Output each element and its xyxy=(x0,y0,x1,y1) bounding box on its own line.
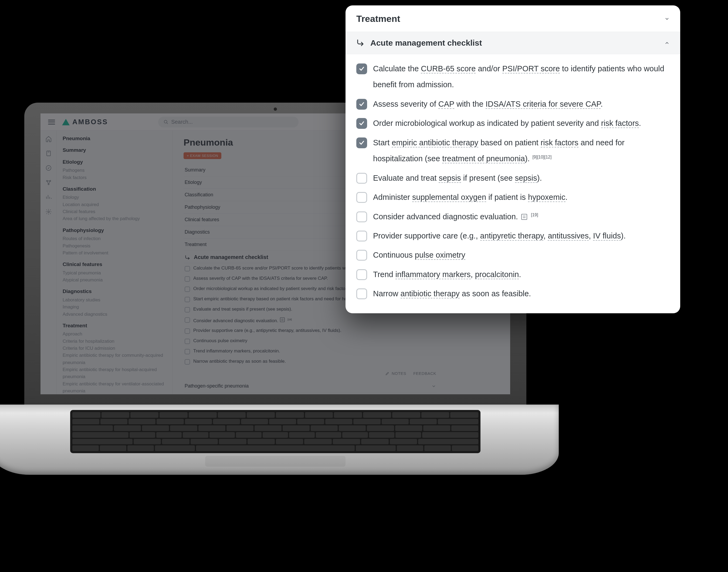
checkbox-icon[interactable] xyxy=(185,329,190,334)
checkbox[interactable] xyxy=(356,211,367,222)
checkbox-icon[interactable] xyxy=(185,276,190,282)
overlay-checklist-item: Calculate the CURB-65 score and/or PSI/P… xyxy=(356,59,669,94)
chevron-down-icon[interactable] xyxy=(664,16,669,21)
sidebar-item[interactable]: Routes of infection xyxy=(63,235,168,242)
book-icon[interactable] xyxy=(45,150,52,157)
sidebar-item[interactable]: Empiric antibiotic therapy for community… xyxy=(63,352,168,366)
overlay-checklist-text: Consider advanced diagnostic evaluation.… xyxy=(373,209,669,225)
molecule-icon[interactable] xyxy=(45,179,52,186)
sidebar-item[interactable]: Pathogenesis xyxy=(63,242,168,249)
sidebar-section-title[interactable]: Classification xyxy=(63,185,168,193)
overlay-header[interactable]: Treatment xyxy=(345,5,680,32)
checkbox-icon[interactable] xyxy=(185,349,190,354)
checkbox[interactable] xyxy=(356,192,367,203)
overlay-checklist-item: Narrow antibiotic therapy as soon as fea… xyxy=(356,284,669,303)
sidebar-item[interactable]: Criteria for ICU admission xyxy=(63,345,168,352)
checkbox[interactable] xyxy=(356,288,367,299)
chevron-up-icon[interactable] xyxy=(664,41,669,45)
sidebar-section-title[interactable]: Treatment xyxy=(63,321,168,330)
brand[interactable]: AMBOSS xyxy=(62,118,108,126)
sidebar-item[interactable]: Laboratory studies xyxy=(63,296,168,303)
checkbox[interactable] xyxy=(356,250,367,261)
content-subheading-label: Acute management checklist xyxy=(194,254,268,260)
svg-line-1 xyxy=(167,123,168,124)
arrow-subitem-icon xyxy=(185,255,190,260)
sidebar-item[interactable]: Area of lung affected by the pathology xyxy=(63,215,168,222)
checkbox[interactable] xyxy=(356,137,367,148)
checkbox-icon[interactable] xyxy=(185,339,190,344)
home-icon[interactable] xyxy=(45,136,52,142)
pencil-icon xyxy=(385,371,390,376)
checkbox-icon[interactable] xyxy=(185,359,190,365)
overlay-checklist-text: Start empiric antibiotic therapy based o… xyxy=(373,135,669,167)
sidebar-item[interactable]: Criteria for hospitalization xyxy=(63,338,168,345)
chevron-down-icon xyxy=(431,384,436,388)
sidebar-item[interactable]: Risk factors xyxy=(63,174,168,181)
sidebar-section-title[interactable]: Diagnostics xyxy=(63,287,168,295)
overlay-checklist-item: Order microbiological workup as indicate… xyxy=(356,114,669,133)
overlay-checklist-text: Narrow antibiotic therapy as soon as fea… xyxy=(373,286,669,302)
overlay-checklist-text: Provider supportive care (e.g., antipyre… xyxy=(373,228,669,244)
checkbox-icon[interactable] xyxy=(185,307,190,312)
search-input[interactable]: Search... xyxy=(158,117,299,128)
brand-text: AMBOSS xyxy=(72,118,108,126)
gear-icon[interactable] xyxy=(45,209,52,215)
svg-point-7 xyxy=(48,184,49,185)
feedback-button[interactable]: FEEDBACK xyxy=(413,371,436,376)
sidebar-item[interactable]: Pathogens xyxy=(63,167,168,174)
stats-icon[interactable] xyxy=(45,194,52,200)
content-checklist-item[interactable]: Narrow antibiotic therapy as soon as fea… xyxy=(183,356,437,367)
overlay-checklist-item: Provider supportive care (e.g., antipyre… xyxy=(356,226,669,245)
exam-session-button[interactable]: + EXAM SESSION xyxy=(183,152,221,159)
overlay-checklist-item: Consider advanced diagnostic evaluation.… xyxy=(356,207,669,226)
notes-button[interactable]: NOTES xyxy=(385,371,406,376)
sidebar-section-title[interactable]: Summary xyxy=(63,146,168,154)
overlay-subheader[interactable]: Acute management checklist xyxy=(345,32,680,54)
content-checklist-item[interactable]: Consider advanced diagnostic evaluation.… xyxy=(183,314,437,326)
checkbox[interactable] xyxy=(356,173,367,184)
content-checklist-item[interactable]: Continuous pulse oximetry xyxy=(183,336,437,346)
checkbox[interactable] xyxy=(356,64,367,74)
sidebar: Pneumonia SummaryEtiologyPathogensRisk f… xyxy=(57,131,173,394)
sidebar-section-title[interactable]: Clinical features xyxy=(63,260,168,268)
content-checklist-item[interactable]: Provider supportive care (e.g., antipyre… xyxy=(183,326,437,336)
sidebar-item[interactable]: Advanced diagnostics xyxy=(63,311,168,318)
sidebar-item[interactable]: Imaging xyxy=(63,303,168,310)
sidebar-item[interactable]: Location acquired xyxy=(63,201,168,208)
laptop-base xyxy=(0,405,559,475)
overlay-checklist-text: Administer supplemental oxygen if patien… xyxy=(373,189,669,205)
checkbox[interactable] xyxy=(356,269,367,280)
sidebar-item[interactable]: Empiric antibiotic therapy for hospital-… xyxy=(63,366,168,380)
sidebar-section-title[interactable]: Etiology xyxy=(63,158,168,166)
menu-icon[interactable] xyxy=(48,120,55,125)
sidebar-item[interactable]: Etiology xyxy=(63,194,168,201)
sidebar-item[interactable]: Clinical features xyxy=(63,208,168,215)
sidebar-item[interactable]: Pattern of involvement xyxy=(63,249,168,257)
target-icon[interactable] xyxy=(45,165,52,171)
trackpad xyxy=(205,456,345,467)
checkbox-icon[interactable] xyxy=(185,266,190,271)
sidebar-item[interactable]: Atypical pneumonia xyxy=(63,277,168,284)
sidebar-item[interactable]: Approach xyxy=(63,331,168,338)
overlay-checklist-item: Assess severity of CAP with the IDSA/ATS… xyxy=(356,94,669,114)
checkbox-icon[interactable] xyxy=(185,317,190,323)
checkbox[interactable] xyxy=(356,99,367,110)
sidebar-item[interactable]: Empiric antibiotic therapy for ventilato… xyxy=(63,380,168,394)
search-placeholder: Search... xyxy=(171,119,193,125)
sidebar-article-title[interactable]: Pneumonia xyxy=(63,135,168,142)
svg-rect-2 xyxy=(47,151,51,156)
content-collapsed-row[interactable]: Pathogen-specific pneumonia xyxy=(183,380,437,392)
checkbox-icon[interactable] xyxy=(185,297,190,302)
checkbox-icon[interactable] xyxy=(185,287,190,292)
sidebar-section-title[interactable]: Pathophysiology xyxy=(63,226,168,234)
svg-point-0 xyxy=(164,120,167,123)
brand-logo-icon xyxy=(62,119,70,125)
checkbox[interactable] xyxy=(356,231,367,241)
sidebar-item[interactable]: Typical pneumonia xyxy=(63,270,168,277)
checkbox[interactable] xyxy=(356,118,367,129)
overlay-body: Calculate the CURB-65 score and/or PSI/P… xyxy=(345,54,680,313)
overlay-title: Treatment xyxy=(356,13,400,24)
content-checklist-item[interactable]: Trend inflammatory markers, procalcitoni… xyxy=(183,346,437,356)
overlay-checklist-item: Administer supplemental oxygen if patien… xyxy=(356,188,669,207)
content-collapsed-row[interactable]: Aspiration pneumonia xyxy=(183,392,437,394)
